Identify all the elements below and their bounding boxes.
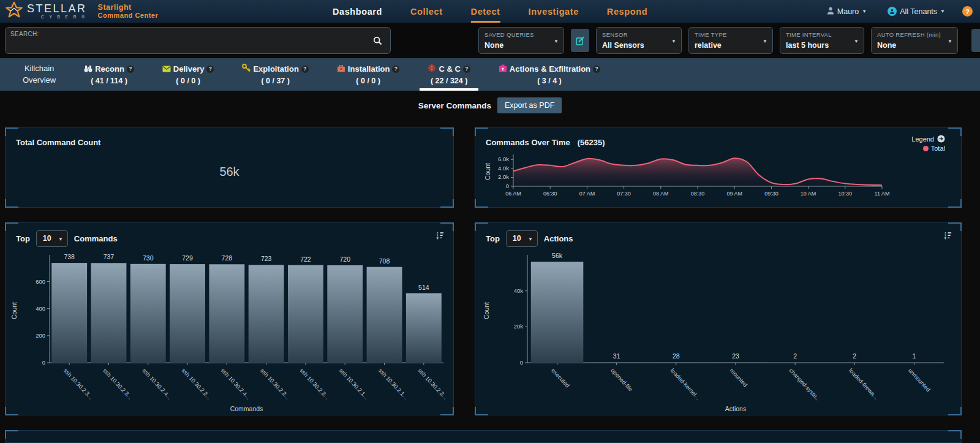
page-toolbar: Server Commands Export as PDF: [0, 97, 980, 114]
question-icon[interactable]: ?: [301, 66, 309, 73]
svg-text:ssh 10.30.2.2...: ssh 10.30.2.2...: [181, 367, 213, 401]
panel-title: Commands: [74, 234, 118, 243]
tab-reconn[interactable]: Reconn ? ( 41 / 114 ): [70, 58, 148, 91]
brand-name: STELLAR: [27, 3, 87, 14]
svg-text:ssh 10.30.2.4...: ssh 10.30.2.4...: [141, 367, 173, 401]
svg-text:729: 729: [182, 254, 193, 262]
saved-queries-dropdown[interactable]: SAVED QUERIES None ▼: [478, 27, 564, 54]
question-icon[interactable]: ?: [593, 66, 600, 73]
nav-collect[interactable]: Collect: [410, 0, 443, 23]
chart-legend[interactable]: Legend Total: [911, 135, 945, 152]
svg-text:708: 708: [379, 257, 390, 265]
svg-text:722: 722: [300, 256, 311, 263]
tab-cnc[interactable]: C & C ? ( 22 / 324 ): [413, 58, 484, 91]
svg-text:ssh 10.30.2.3...: ssh 10.30.2.3...: [62, 367, 94, 401]
top-nav-bar: STELLAR C Y B E R ® Starlight Command Ce…: [0, 0, 980, 23]
svg-text:Count: Count: [484, 163, 491, 180]
user-icon: [827, 7, 834, 17]
top-label: Top: [486, 234, 500, 243]
time-type-value: relative: [695, 41, 758, 50]
sort-descending-icon[interactable]: [435, 231, 444, 243]
svg-text:Count: Count: [10, 302, 18, 319]
svg-text:06:30: 06:30: [543, 191, 557, 197]
tab-actions-exfiltration[interactable]: Actions & Exfiltration ? ( 3 / 4 ): [484, 58, 614, 91]
svg-text:09 AM: 09 AM: [726, 191, 742, 197]
commands-over-time-chart: 02.0k4.0k6.0k06 AM06:3007 AM07:3008 AM08…: [478, 150, 907, 206]
svg-text:06 AM: 06 AM: [505, 191, 521, 197]
stellar-cyber-logo[interactable]: STELLAR C Y B E R ® Starlight Command Ce…: [5, 1, 158, 22]
search-input[interactable]: [9, 37, 366, 52]
top-actions-chart: 020k40k56kexecuted31opened-file28loaded-…: [475, 250, 962, 414]
tenant-menu[interactable]: All Tenants ▼: [888, 7, 945, 16]
tab-exploitation[interactable]: Exploitation ? ( 0 / 37 ): [228, 58, 322, 91]
svg-text:20k: 20k: [514, 323, 524, 330]
filter-bar: SEARCH: SAVED QUERIES None ▼ SENSOR All …: [0, 23, 980, 58]
killchain-tab-bar: Killchain Overview Reconn ? ( 41 / 114 )…: [0, 58, 980, 91]
saved-queries-value: None: [484, 41, 549, 50]
sort-descending-icon[interactable]: [943, 231, 952, 243]
svg-text:6.0k: 6.0k: [498, 156, 509, 162]
question-icon[interactable]: ?: [206, 66, 214, 73]
svg-text:Actions: Actions: [725, 405, 746, 412]
tab-delivery[interactable]: Delivery ? ( 0 / 0 ): [148, 58, 228, 91]
tab-killchain-overview[interactable]: Killchain Overview: [9, 58, 70, 91]
star-logo-icon: [5, 1, 23, 22]
time-interval-value: last 5 hours: [786, 41, 849, 50]
series-color-dot: [923, 146, 929, 151]
svg-text:28: 28: [673, 352, 680, 360]
svg-text:07 AM: 07 AM: [579, 191, 595, 197]
user-menu[interactable]: Mauro ▼: [827, 7, 867, 17]
help-icon[interactable]: ?: [962, 6, 973, 17]
web-globe-icon: [428, 62, 436, 76]
time-interval-dropdown[interactable]: TIME INTERVAL last 5 hours ▼: [780, 27, 864, 54]
top-n-select[interactable]: 10 ▼: [36, 230, 68, 247]
main-nav: Dashboard Collect Detect Investigate Res…: [333, 0, 647, 23]
search-box[interactable]: SEARCH:: [5, 27, 391, 54]
question-icon[interactable]: ?: [463, 66, 470, 73]
legend-series-label: Total: [931, 145, 945, 152]
svg-text:changed-syste...: changed-syste...: [788, 367, 823, 403]
chevron-down-icon: ▼: [671, 39, 676, 44]
svg-text:Commands: Commands: [230, 405, 263, 412]
svg-text:2.0k: 2.0k: [498, 173, 509, 180]
search-icon[interactable]: [373, 36, 382, 48]
nav-dashboard[interactable]: Dashboard: [333, 0, 382, 23]
svg-text:08:30: 08:30: [691, 191, 705, 197]
svg-text:400: 400: [36, 305, 45, 312]
nav-respond[interactable]: Respond: [607, 0, 647, 23]
total-command-count-value: 56k: [6, 165, 453, 179]
question-icon[interactable]: ?: [392, 66, 399, 73]
svg-text:08 AM: 08 AM: [653, 191, 669, 197]
tab-installation[interactable]: Installation ? ( 0 / 0 ): [323, 58, 414, 91]
svg-text:1: 1: [913, 352, 916, 360]
toolbox-icon: [337, 62, 345, 76]
question-icon[interactable]: ?: [127, 66, 134, 73]
svg-text:ssh 10.30.2.4...: ssh 10.30.2.4...: [220, 367, 252, 401]
top-commands-panel: Top 10 ▼ Commands 0200400600738ssh 10.30…: [5, 222, 454, 415]
binoculars-icon: [84, 62, 92, 76]
svg-text:ssh 10.30.2.1...: ssh 10.30.2.1...: [377, 367, 409, 401]
svg-text:0: 0: [506, 183, 509, 189]
top-n-select[interactable]: 10 ▼: [506, 230, 538, 247]
svg-text:mounted: mounted: [729, 367, 749, 388]
edit-saved-query-button[interactable]: [571, 29, 589, 52]
nav-investigate[interactable]: Investigate: [529, 0, 579, 23]
chevron-down-icon: ▼: [940, 9, 945, 14]
svg-text:2: 2: [853, 352, 856, 360]
nav-detect[interactable]: Detect: [471, 0, 500, 23]
svg-text:loaded-firewa...: loaded-firewa...: [848, 367, 880, 401]
export-pdf-button[interactable]: Export as PDF: [497, 97, 562, 113]
svg-text:07:30: 07:30: [617, 191, 631, 197]
auto-refresh-dropdown[interactable]: AUTO REFRESH (min) None ▼: [871, 27, 958, 54]
more-options-button[interactable]: ...: [971, 29, 980, 52]
svg-text:738: 738: [64, 253, 75, 260]
svg-text:ssh 10.30.2.2...: ssh 10.30.2.2...: [417, 367, 448, 401]
user-name: Mauro: [837, 7, 859, 16]
panel-total-count: (56235): [578, 138, 605, 147]
sensor-dropdown[interactable]: SENSOR All Sensors ▼: [596, 27, 682, 54]
auto-refresh-label: AUTO REFRESH (min): [877, 31, 943, 38]
next-row-panel-edge: [5, 430, 962, 443]
svg-text:600: 600: [36, 278, 45, 285]
panel-title: Actions: [544, 234, 573, 243]
time-type-dropdown[interactable]: TIME TYPE relative ▼: [688, 27, 773, 54]
